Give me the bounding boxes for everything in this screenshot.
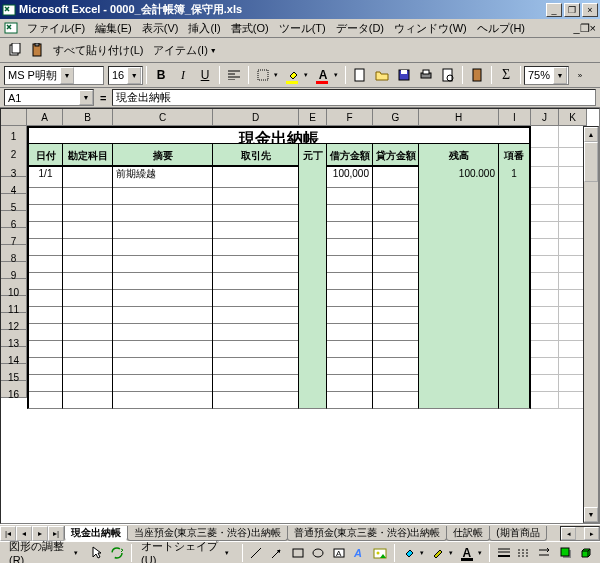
col-header-A[interactable]: A — [27, 109, 63, 126]
cell-partner[interactable] — [213, 381, 299, 409]
fill-color-dropdown[interactable]: ▾ — [304, 71, 312, 79]
bold-button[interactable]: B — [150, 65, 172, 86]
textbox-icon[interactable]: A — [329, 542, 349, 563]
row-header-12[interactable]: 12 — [1, 313, 27, 330]
underline-button[interactable]: U — [194, 65, 216, 86]
col-header-B[interactable]: B — [63, 109, 113, 126]
formula-equals-icon[interactable]: = — [100, 92, 106, 104]
col-header-K[interactable]: K — [559, 109, 587, 126]
name-box[interactable]: A1▼ — [4, 89, 94, 106]
minimize-button[interactable]: _ — [546, 3, 562, 17]
close-button[interactable]: × — [582, 3, 598, 17]
row-header-5[interactable]: 5 — [1, 194, 27, 211]
fill-color-button[interactable] — [282, 65, 304, 86]
rectangle-icon[interactable] — [288, 542, 308, 563]
horizontal-scrollbar[interactable]: ◂ ▸ — [560, 526, 600, 541]
menu-help[interactable]: ヘルプ(H) — [472, 19, 530, 38]
menu-format[interactable]: 書式(O) — [226, 19, 274, 38]
zoom-combo[interactable]: 75%▼ — [524, 66, 569, 85]
autoshapes-button[interactable]: オートシェイプ(U)▾ — [136, 542, 237, 563]
toolbar-more-button[interactable]: » — [569, 65, 591, 86]
row-header-14[interactable]: 14 — [1, 347, 27, 364]
items-button[interactable]: アイテム(I)▼ — [148, 40, 222, 61]
print-preview-button[interactable] — [437, 65, 459, 86]
scroll-left-button[interactable]: ◂ — [561, 527, 576, 540]
col-header-E[interactable]: E — [299, 109, 327, 126]
italic-button[interactable]: I — [172, 65, 194, 86]
arrow-icon[interactable] — [267, 542, 287, 563]
doc-close-button[interactable]: × — [590, 22, 596, 34]
col-header-F[interactable]: F — [327, 109, 373, 126]
clipart-icon[interactable] — [371, 542, 391, 563]
menu-window[interactable]: ウィンドウ(W) — [389, 19, 472, 38]
borders-button[interactable] — [252, 65, 274, 86]
paste-all-button[interactable]: すべて貼り付け(L) — [48, 40, 148, 61]
font-color-draw-button[interactable]: A — [457, 542, 477, 563]
menu-data[interactable]: データ(D) — [331, 19, 389, 38]
row-header-11[interactable]: 11 — [1, 296, 27, 313]
print-button[interactable] — [415, 65, 437, 86]
col-header-H[interactable]: H — [419, 109, 499, 126]
fill-color-draw-button[interactable] — [399, 542, 419, 563]
draw-adjust-button[interactable]: 図形の調整(R)▾ — [4, 542, 86, 563]
shadow-icon[interactable] — [556, 542, 576, 563]
doc-restore-button[interactable]: ❐ — [580, 22, 590, 35]
font-color-button[interactable]: A — [312, 65, 334, 86]
cell-account[interactable] — [63, 381, 113, 409]
menu-edit[interactable]: 編集(E) — [90, 19, 137, 38]
line-style-icon[interactable] — [494, 542, 514, 563]
menu-view[interactable]: 表示(V) — [137, 19, 184, 38]
sheet-tab[interactable]: 仕訳帳 — [446, 526, 490, 541]
select-all-corner[interactable] — [1, 109, 27, 126]
scroll-thumb[interactable] — [584, 142, 598, 182]
oval-icon[interactable] — [309, 542, 329, 563]
sheet-tab[interactable]: 普通預金(東京三菱・渋谷)出納帳 — [287, 526, 448, 541]
cell-moto[interactable] — [299, 381, 327, 409]
worksheet-grid[interactable]: ABCDEFGHIJK1現金出納帳2日付勘定科目摘要取引先元丁借方金額貸方金額残… — [0, 108, 600, 524]
borders-dropdown[interactable]: ▾ — [274, 71, 282, 79]
new-button[interactable] — [349, 65, 371, 86]
row-header-4[interactable]: 4 — [1, 177, 27, 194]
workbook-icon[interactable] — [4, 21, 18, 35]
formula-input[interactable]: 現金出納帳 — [112, 89, 596, 106]
sheet-tab[interactable]: (期首商品 — [489, 526, 546, 541]
row-header-8[interactable]: 8 — [1, 245, 27, 262]
cell-balance[interactable] — [419, 381, 499, 409]
row-header-10[interactable]: 10 — [1, 279, 27, 296]
row-header-7[interactable]: 7 — [1, 228, 27, 245]
cell-summary[interactable] — [113, 381, 213, 409]
menu-tools[interactable]: ツール(T) — [274, 19, 331, 38]
align-left-button[interactable] — [223, 65, 245, 86]
col-header-I[interactable]: I — [499, 109, 531, 126]
line-color-button[interactable] — [428, 542, 448, 563]
menu-insert[interactable]: 挿入(I) — [183, 19, 225, 38]
row-header-6[interactable]: 6 — [1, 211, 27, 228]
font-color-dropdown[interactable]: ▾ — [334, 71, 342, 79]
dash-style-icon[interactable] — [514, 542, 534, 563]
copy-icon[interactable] — [4, 40, 26, 61]
row-header-15[interactable]: 15 — [1, 364, 27, 381]
row-header-3[interactable]: 3 — [1, 160, 27, 177]
rotate-icon[interactable] — [107, 542, 127, 563]
maximize-button[interactable]: ❐ — [564, 3, 580, 17]
sheet-tab[interactable]: 現金出納帳 — [64, 526, 128, 541]
font-combo[interactable]: MS P明朝▼ — [4, 66, 104, 85]
row-header-9[interactable]: 9 — [1, 262, 27, 279]
save-button[interactable] — [393, 65, 415, 86]
cell-debit[interactable] — [327, 381, 373, 409]
paste-button[interactable] — [466, 65, 488, 86]
col-header-C[interactable]: C — [113, 109, 213, 126]
col-header-G[interactable]: G — [373, 109, 419, 126]
autosum-button[interactable]: Σ — [495, 65, 517, 86]
vertical-scrollbar[interactable]: ▲ ▼ — [583, 126, 599, 523]
scroll-up-button[interactable]: ▲ — [584, 127, 598, 142]
paste-icon[interactable] — [26, 40, 48, 61]
cell-credit[interactable] — [373, 381, 419, 409]
menu-file[interactable]: ファイル(F) — [22, 19, 90, 38]
font-size-combo[interactable]: 16▼ — [108, 66, 143, 85]
arrow-style-icon[interactable] — [535, 542, 555, 563]
cell-item[interactable] — [499, 381, 531, 409]
scroll-down-button[interactable]: ▼ — [584, 507, 598, 522]
col-header-D[interactable]: D — [213, 109, 299, 126]
open-button[interactable] — [371, 65, 393, 86]
